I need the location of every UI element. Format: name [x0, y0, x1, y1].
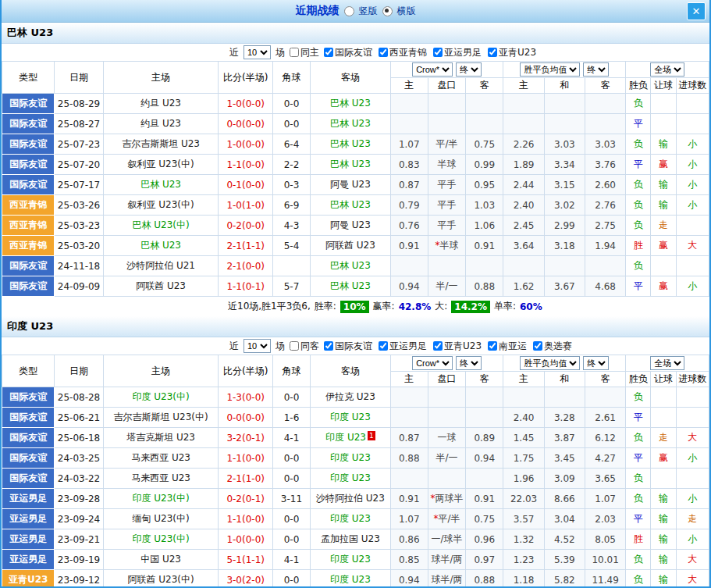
result-wdl: 负: [626, 550, 651, 570]
avg-draw-odds: 3.34: [544, 155, 585, 175]
corners: 0-3: [272, 175, 310, 195]
result-goals: 小: [676, 134, 709, 155]
match-row: 国际友谊25-07-20叙利亚 U23(中)1-1(0-0)2-2巴林 U230…: [2, 155, 709, 175]
result-wdl: 负: [626, 216, 651, 236]
competition-checkbox[interactable]: [324, 341, 333, 351]
avg-home-odds: 2.26: [503, 134, 544, 155]
competition-checkbox[interactable]: [488, 48, 497, 57]
match-type-badge: 国际友谊: [2, 428, 55, 448]
odds-home: [390, 408, 428, 428]
competition-filter[interactable]: 亚青U23: [433, 340, 482, 353]
match-score: 3-2(0-1): [219, 428, 272, 448]
scope-select[interactable]: 全场: [650, 356, 684, 370]
handicap-star: *: [431, 493, 435, 504]
scope-select[interactable]: 全场: [650, 62, 684, 77]
vertical-layout-label[interactable]: 竖版: [359, 5, 378, 18]
competition-filter[interactable]: 国际友谊: [324, 46, 372, 59]
avg-home-odds: 1.62: [503, 276, 544, 297]
odds-home: [390, 94, 428, 114]
same-venue-checkbox[interactable]: [290, 341, 299, 351]
competition-checkbox[interactable]: [433, 341, 443, 351]
col-home: 主场: [103, 62, 219, 94]
away-team: 印度 U23: [311, 509, 391, 529]
avg-draw-odds: 8.66: [544, 489, 585, 509]
competition-checkbox[interactable]: [379, 48, 388, 57]
odds-away: 0.75: [466, 134, 503, 155]
avg-away-odds: 1.07: [585, 489, 625, 509]
bookmaker-select[interactable]: Crow*: [412, 356, 453, 370]
col-date: 日期: [55, 62, 103, 94]
horizontal-layout-label[interactable]: 横版: [397, 5, 416, 18]
competition-filter[interactable]: 国际友谊: [324, 340, 372, 353]
competition-checkbox[interactable]: [324, 48, 333, 57]
match-row: 国际友谊24-03-25马来西亚 U231-1(0-0)0-0印度 U230.8…: [2, 448, 709, 469]
sub-goals-result: 进球数: [676, 78, 709, 94]
title-group: 近期战绩 竖版 横版: [296, 4, 416, 18]
bookmaker-select[interactable]: Crow*: [412, 62, 453, 77]
home-team: 中国 U23: [103, 550, 219, 570]
odds-time-select[interactable]: 终: [456, 62, 482, 77]
col-type: 类型: [2, 62, 55, 94]
match-count-select[interactable]: 10: [244, 339, 271, 353]
result-goals: 小: [676, 489, 709, 509]
sub-avg-away: 客: [585, 78, 625, 94]
avg-time-select[interactable]: 终: [583, 356, 609, 370]
match-row: 西亚青锦25-03-20巴林 U232-1(1-1)5-4阿联酋 U230.91…: [2, 236, 709, 256]
match-row: 国际友谊25-07-23吉尔吉斯斯坦 U231-0(0-0)6-4巴林 U231…: [2, 134, 709, 155]
match-score: 2-1(0-0): [219, 256, 272, 276]
result-wdl: 平: [626, 448, 651, 469]
result-handicap: 输: [651, 489, 676, 509]
close-button[interactable]: ✕: [687, 2, 706, 20]
match-type-badge: 亚运男足: [2, 509, 55, 529]
home-team: 叙利亚 U23(中): [103, 155, 219, 175]
home-team: 马来西亚 U23: [103, 448, 219, 469]
match-count-select[interactable]: 10: [244, 45, 271, 59]
competition-filter[interactable]: 亚运男足: [433, 46, 482, 59]
col-corners: 角球: [272, 355, 310, 387]
competition-checkbox[interactable]: [488, 341, 497, 351]
competition-filter[interactable]: 亚青U23: [488, 46, 536, 59]
result-handicap: [651, 94, 676, 114]
same-venue-checkbox[interactable]: [290, 48, 299, 57]
odds-time-select[interactable]: 终: [456, 356, 482, 370]
competition-checkbox[interactable]: [379, 341, 388, 351]
result-wdl: 平: [626, 155, 651, 175]
competition-checkbox[interactable]: [433, 48, 443, 57]
summary-record: 近10场,胜1平3负6,: [228, 300, 311, 313]
avg-home-odds: 1.32: [503, 529, 544, 550]
match-row: 国际友谊24-03-22马来西亚 U232-1(1-0)0-0印度 U231.9…: [2, 469, 709, 489]
result-handicap: 赢: [651, 155, 676, 175]
avg-home-odds: 1.45: [503, 428, 544, 448]
avg-odds-select[interactable]: 胜平负均值: [520, 356, 580, 370]
avg-time-select[interactable]: 终: [583, 62, 609, 77]
horizontal-layout-radio[interactable]: [382, 6, 393, 16]
odds-home: 0.91: [390, 489, 428, 509]
competition-filter[interactable]: 西亚青锦: [379, 46, 427, 59]
avg-draw-odds: 3.02: [544, 195, 585, 216]
corners: 4-1: [272, 428, 310, 448]
avg-odds-select[interactable]: 胜平负均值: [520, 62, 580, 77]
result-goals: [676, 256, 709, 276]
match-date: 23-09-19: [55, 550, 103, 570]
competition-filter[interactable]: 亚运男足: [379, 340, 427, 353]
same-venue-filter[interactable]: 同主: [290, 46, 319, 59]
sub-avg-home: 主: [503, 372, 544, 387]
competition-checkbox[interactable]: [533, 341, 542, 351]
win-rate-label: 胜率:: [315, 300, 336, 313]
match-type-badge: 西亚青锦: [2, 216, 55, 236]
home-team: 叙利亚 U23(中): [103, 195, 219, 216]
avg-home-odds: 1.89: [503, 155, 544, 175]
handicap-line: 平手: [428, 175, 465, 195]
vertical-layout-radio[interactable]: [344, 6, 354, 16]
competition-filter[interactable]: 南亚运: [488, 340, 527, 353]
corners: 6-9: [272, 195, 310, 216]
odds-away: 1.06: [466, 216, 503, 236]
match-date: 23-09-24: [55, 509, 103, 529]
scope-header: 全场: [626, 355, 709, 372]
avg-away-odds: [585, 114, 625, 134]
competition-filter[interactable]: 奥选赛: [533, 340, 572, 353]
same-venue-filter[interactable]: 同客: [290, 340, 319, 353]
corners: [272, 256, 310, 276]
result-wdl: 胜: [626, 529, 651, 550]
avg-away-odds: 2.60: [585, 175, 625, 195]
